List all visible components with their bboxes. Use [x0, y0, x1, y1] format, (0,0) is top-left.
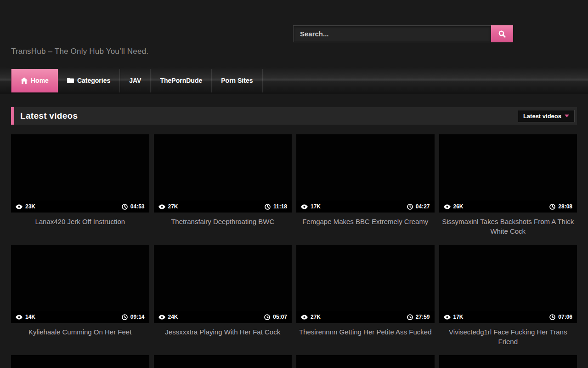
duration-stat: 27:59	[407, 314, 430, 320]
duration-value: 04:27	[416, 203, 430, 210]
nav-item-home[interactable]: Home	[11, 69, 58, 92]
clock-icon	[122, 204, 128, 210]
eye-icon	[16, 315, 23, 320]
video-title[interactable]: Thetransfairy Deepthroating BWC	[154, 213, 292, 226]
duration-stat: 04:53	[122, 203, 145, 210]
video-thumbnail[interactable]	[439, 355, 577, 368]
video-title[interactable]: Thesirennnn Getting Her Petite Ass Fucke…	[296, 323, 435, 337]
search-input[interactable]	[293, 25, 491, 42]
nav-item-porn-sites[interactable]: Porn Sites	[212, 69, 262, 92]
video-thumbnail[interactable]: 24K 05:07	[154, 245, 292, 323]
video-card[interactable]	[439, 355, 577, 368]
video-thumbnail[interactable]: 17K 07:06	[439, 245, 577, 323]
duration-stat: 11:18	[265, 203, 287, 210]
video-thumbnail[interactable]	[11, 355, 149, 368]
duration-value: 09:14	[130, 314, 145, 320]
nav-item-label: Home	[31, 77, 49, 84]
video-stats: 23K 04:53	[11, 201, 149, 213]
views-stat: 27K	[158, 203, 178, 210]
views-stat: 26K	[444, 203, 464, 210]
site-header: TransHub – The Only Hub You’ll Need.	[0, 0, 588, 67]
search-button[interactable]	[491, 25, 513, 42]
video-card[interactable]: 27K 27:59 Thesirennnn Getting Her Petite…	[296, 245, 435, 355]
nav-item-label: ThePornDude	[160, 77, 202, 84]
magnifier-icon	[498, 30, 506, 38]
video-thumbnail[interactable]: 14K 09:14	[11, 245, 149, 323]
views-stat: 23K	[16, 203, 35, 210]
views-stat: 27K	[301, 314, 321, 320]
video-grid: 23K 04:53 Lanax420 Jerk Off Instruction	[11, 134, 577, 368]
nav-item-label: JAV	[129, 77, 141, 84]
video-card[interactable]	[154, 355, 292, 368]
video-thumbnail[interactable]: 26K 28:08	[439, 134, 577, 213]
eye-icon	[301, 315, 308, 320]
duration-stat: 04:27	[407, 203, 430, 210]
duration-stat: 28:08	[549, 203, 572, 210]
video-card[interactable]: 23K 04:53 Lanax420 Jerk Off Instruction	[11, 134, 149, 245]
video-title[interactable]: Femgape Makes BBC Extremely Creamy	[296, 213, 435, 226]
video-stats: 17K 04:27	[296, 201, 435, 213]
duration-value: 28:08	[558, 203, 572, 210]
nav-menu: Home Categories JAV ThePornDude Porn Sit…	[11, 69, 263, 92]
video-title[interactable]: Vivisectedg1rl Face Fucking Her Trans Fr…	[439, 323, 577, 346]
views-count: 27K	[168, 203, 178, 210]
nav-item-categories[interactable]: Categories	[58, 69, 120, 92]
duration-value: 11:18	[273, 203, 287, 210]
nav-item-label: Categories	[77, 77, 110, 84]
nav-item-theporndude[interactable]: ThePornDude	[151, 69, 212, 92]
video-title[interactable]: Lanax420 Jerk Off Instruction	[11, 213, 149, 226]
duration-stat: 05:07	[264, 314, 287, 320]
main-content: Latest videos Latest videos 23K	[0, 107, 588, 368]
site-tagline: TransHub – The Only Hub You’ll Need.	[11, 47, 148, 56]
video-thumbnail[interactable]: 17K 04:27	[296, 134, 435, 213]
video-card[interactable]: 26K 28:08 Sissymaxinl Takes Backshots Fr…	[439, 134, 577, 245]
sort-dropdown-label: Latest videos	[523, 113, 561, 120]
eye-icon	[301, 204, 308, 209]
video-stats: 14K 09:14	[11, 311, 149, 323]
clock-icon	[264, 314, 270, 320]
views-count: 26K	[453, 203, 464, 210]
video-card[interactable]: 14K 09:14 Kyliehaale Cumming On Her Feet	[11, 245, 149, 355]
video-thumbnail[interactable]	[296, 355, 435, 368]
folder-icon	[67, 77, 74, 84]
views-count: 23K	[25, 203, 35, 210]
views-stat: 17K	[444, 314, 464, 320]
search-form	[293, 25, 513, 42]
page: TransHub – The Only Hub You’ll Need. Hom…	[0, 0, 588, 368]
nav-item-jav[interactable]: JAV	[120, 69, 151, 92]
clock-icon	[407, 314, 413, 320]
video-title[interactable]: Sissymaxinl Takes Backshots From A Thick…	[439, 213, 577, 236]
views-stat: 14K	[16, 314, 35, 320]
video-thumbnail[interactable]: 27K 27:59	[296, 245, 435, 323]
chevron-down-icon	[565, 115, 569, 117]
video-stats: 27K 27:59	[296, 311, 435, 323]
video-thumbnail[interactable]: 23K 04:53	[11, 134, 149, 213]
views-count: 17K	[311, 203, 321, 210]
video-card[interactable]	[296, 355, 435, 368]
video-card[interactable]: 27K 11:18 Thetransfairy Deepthroating BW…	[154, 134, 292, 245]
home-icon	[21, 77, 28, 84]
clock-icon	[549, 204, 555, 210]
clock-icon	[407, 204, 413, 210]
duration-stat: 07:06	[549, 314, 572, 320]
video-card[interactable]: 24K 05:07 Jessxxxtra Playing With Her Fa…	[154, 245, 292, 355]
duration-value: 04:53	[130, 203, 145, 210]
duration-value: 07:06	[558, 314, 572, 320]
video-card[interactable]: 17K 04:27 Femgape Makes BBC Extremely Cr…	[296, 134, 435, 245]
video-title[interactable]: Jessxxxtra Playing With Her Fat Cock	[154, 323, 292, 337]
eye-icon	[158, 315, 165, 320]
video-stats: 17K 07:06	[439, 311, 577, 323]
sort-dropdown[interactable]: Latest videos	[518, 110, 575, 122]
views-stat: 24K	[158, 314, 178, 320]
video-thumbnail[interactable]: 27K 11:18	[154, 134, 292, 213]
duration-value: 27:59	[416, 314, 430, 320]
views-count: 17K	[453, 314, 464, 320]
nav-item-label: Porn Sites	[221, 77, 253, 84]
video-thumbnail[interactable]	[154, 355, 292, 368]
duration-value: 05:07	[273, 314, 287, 320]
video-title[interactable]: Kyliehaale Cumming On Her Feet	[11, 323, 149, 337]
video-card[interactable]: 17K 07:06 Vivisectedg1rl Face Fucking He…	[439, 245, 577, 355]
video-stats: 26K 28:08	[439, 201, 577, 213]
video-card[interactable]	[11, 355, 149, 368]
main-nav: Home Categories JAV ThePornDude Porn Sit…	[0, 67, 588, 94]
